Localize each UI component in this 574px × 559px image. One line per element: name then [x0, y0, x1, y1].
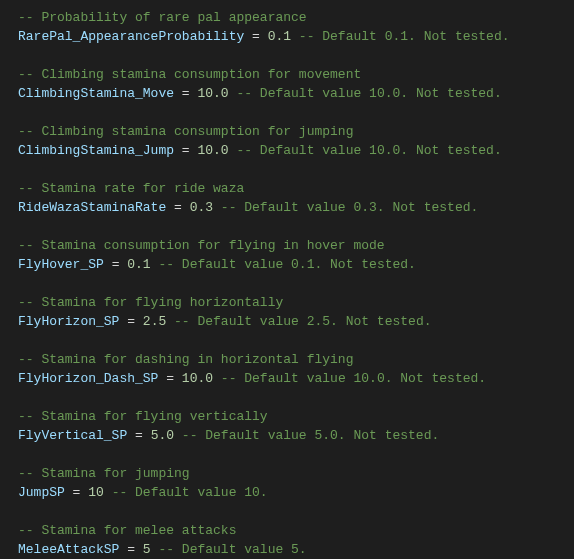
code-line — [18, 217, 574, 236]
lua-comment: -- Default 0.1. Not tested. — [291, 29, 509, 44]
lua-operator: = — [119, 542, 142, 557]
lua-identifier: ClimbingStamina_Jump — [18, 143, 174, 158]
lua-comment: -- Climbing stamina consumption for move… — [18, 67, 361, 82]
code-line: ClimbingStamina_Move = 10.0 -- Default v… — [18, 84, 574, 103]
lua-identifier: FlyHover_SP — [18, 257, 104, 272]
lua-comment: -- Climbing stamina consumption for jump… — [18, 124, 353, 139]
lua-comment: -- Stamina rate for ride waza — [18, 181, 244, 196]
lua-comment: -- Default value 5. — [151, 542, 307, 557]
lua-comment: -- Default value 0.1. Not tested. — [151, 257, 416, 272]
code-line: RarePal_AppearanceProbability = 0.1 -- D… — [18, 27, 574, 46]
code-line: -- Climbing stamina consumption for move… — [18, 65, 574, 84]
lua-comment: -- Default value 10. — [104, 485, 268, 500]
lua-number: 10.0 — [182, 371, 213, 386]
lua-operator: = — [65, 485, 88, 500]
lua-comment: -- Stamina for dashing in horizontal fly… — [18, 352, 353, 367]
code-line: FlyVertical_SP = 5.0 -- Default value 5.… — [18, 426, 574, 445]
lua-number: 10.0 — [197, 143, 228, 158]
code-line: -- Stamina for dashing in horizontal fly… — [18, 350, 574, 369]
code-line — [18, 160, 574, 179]
lua-comment: -- Default value 5.0. Not tested. — [174, 428, 439, 443]
lua-comment: -- Stamina for flying horizontally — [18, 295, 283, 310]
lua-comment: -- Default value 10.0. Not tested. — [229, 143, 502, 158]
code-line: RideWazaStaminaRate = 0.3 -- Default val… — [18, 198, 574, 217]
code-line — [18, 331, 574, 350]
code-line: -- Climbing stamina consumption for jump… — [18, 122, 574, 141]
code-line: -- Stamina for melee attacks — [18, 521, 574, 540]
lua-comment: -- Stamina for flying vertically — [18, 409, 268, 424]
lua-operator: = — [174, 86, 197, 101]
code-line: -- Stamina for flying vertically — [18, 407, 574, 426]
code-line — [18, 103, 574, 122]
lua-comment: -- Default value 0.3. Not tested. — [213, 200, 478, 215]
code-line: -- Probability of rare pal appearance — [18, 8, 574, 27]
code-line: FlyHorizon_Dash_SP = 10.0 -- Default val… — [18, 369, 574, 388]
code-line: JumpSP = 10 -- Default value 10. — [18, 483, 574, 502]
lua-identifier: JumpSP — [18, 485, 65, 500]
lua-identifier: ClimbingStamina_Move — [18, 86, 174, 101]
lua-number: 0.3 — [190, 200, 213, 215]
lua-number: 0.1 — [268, 29, 291, 44]
lua-number: 5 — [143, 542, 151, 557]
code-line: MeleeAttackSP = 5 -- Default value 5. — [18, 540, 574, 559]
lua-operator: = — [166, 200, 189, 215]
code-line: ClimbingStamina_Jump = 10.0 -- Default v… — [18, 141, 574, 160]
lua-number: 0.1 — [127, 257, 150, 272]
lua-comment: -- Default value 2.5. Not tested. — [166, 314, 431, 329]
lua-identifier: RideWazaStaminaRate — [18, 200, 166, 215]
lua-identifier: MeleeAttackSP — [18, 542, 119, 557]
lua-operator: = — [104, 257, 127, 272]
lua-identifier: FlyVertical_SP — [18, 428, 127, 443]
lua-number: 10.0 — [197, 86, 228, 101]
lua-comment: -- Probability of rare pal appearance — [18, 10, 307, 25]
code-line: FlyHorizon_SP = 2.5 -- Default value 2.5… — [18, 312, 574, 331]
code-editor[interactable]: -- Probability of rare pal appearanceRar… — [0, 0, 574, 559]
lua-identifier: FlyHorizon_Dash_SP — [18, 371, 158, 386]
code-line — [18, 274, 574, 293]
code-line: -- Stamina rate for ride waza — [18, 179, 574, 198]
code-line: -- Stamina for jumping — [18, 464, 574, 483]
code-line: -- Stamina consumption for flying in hov… — [18, 236, 574, 255]
code-line — [18, 46, 574, 65]
lua-operator: = — [127, 428, 150, 443]
lua-comment: -- Default value 10.0. Not tested. — [229, 86, 502, 101]
lua-identifier: RarePal_AppearanceProbability — [18, 29, 244, 44]
lua-operator: = — [244, 29, 267, 44]
code-line — [18, 388, 574, 407]
code-line — [18, 445, 574, 464]
lua-identifier: FlyHorizon_SP — [18, 314, 119, 329]
code-line: FlyHover_SP = 0.1 -- Default value 0.1. … — [18, 255, 574, 274]
lua-number: 2.5 — [143, 314, 166, 329]
lua-operator: = — [174, 143, 197, 158]
lua-number: 5.0 — [151, 428, 174, 443]
lua-number: 10 — [88, 485, 104, 500]
code-line — [18, 502, 574, 521]
lua-operator: = — [119, 314, 142, 329]
lua-operator: = — [158, 371, 181, 386]
lua-comment: -- Stamina for jumping — [18, 466, 190, 481]
lua-comment: -- Default value 10.0. Not tested. — [213, 371, 486, 386]
code-line: -- Stamina for flying horizontally — [18, 293, 574, 312]
lua-comment: -- Stamina consumption for flying in hov… — [18, 238, 385, 253]
lua-comment: -- Stamina for melee attacks — [18, 523, 236, 538]
